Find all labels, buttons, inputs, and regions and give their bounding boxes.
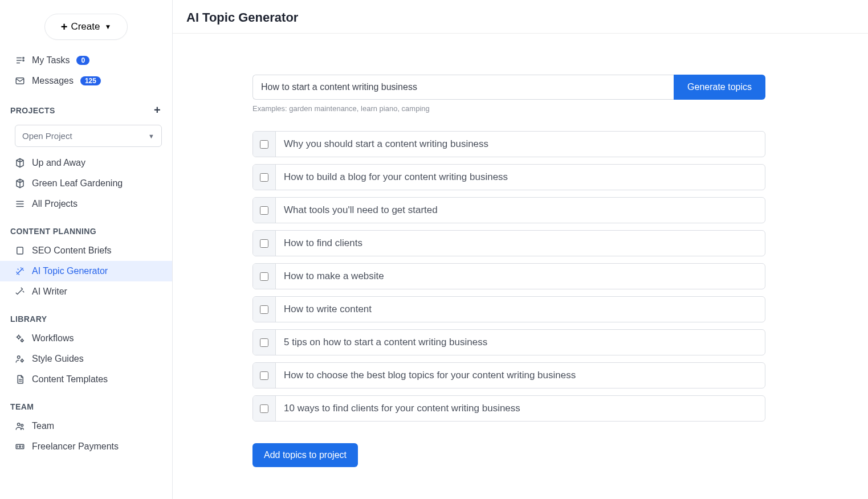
content: Generate topics Examples: garden mainten… — [173, 34, 800, 490]
team-item-0[interactable]: Team — [0, 416, 172, 436]
topic-row: 5 tips on how to start a content writing… — [252, 329, 765, 355]
nav-label: AI Topic Generator — [32, 266, 108, 276]
nav-label: Content Templates — [32, 374, 108, 385]
content-planning-item-0[interactable]: SEO Content Briefs — [0, 240, 172, 261]
project-item-1[interactable]: Green Leaf Gardening — [0, 173, 172, 194]
topic-checkbox[interactable] — [260, 140, 268, 149]
topic-checkbox[interactable] — [260, 305, 268, 314]
topic-checkbox[interactable] — [260, 338, 268, 347]
svg-point-13 — [18, 423, 21, 426]
section-title: CONTENT PLANNING — [10, 227, 96, 236]
section-team: TEAM — [0, 390, 172, 416]
content-planning-item-2[interactable]: AI Writer — [0, 281, 172, 302]
topic-input-row: Generate topics — [252, 75, 765, 100]
section-projects: PROJECTS + — [0, 91, 172, 121]
caret-down-icon: ▼ — [104, 23, 111, 31]
nav-label: Team — [32, 421, 54, 431]
topic-check-cell — [253, 264, 276, 289]
library-item-1[interactable]: Style Guides — [0, 349, 172, 369]
projects-list: Up and AwayGreen Leaf GardeningAll Proje… — [0, 153, 172, 214]
topic-row: Why you should start a content writing b… — [252, 131, 765, 157]
content-planning-list: SEO Content BriefsAI Topic GeneratorAI W… — [0, 240, 172, 302]
add-project-icon[interactable]: + — [154, 104, 161, 117]
envelope-icon — [15, 76, 25, 86]
nav-label: SEO Content Briefs — [32, 246, 112, 256]
content-planning-item-1[interactable]: AI Topic Generator — [0, 261, 172, 281]
section-content-planning: CONTENT PLANNING — [0, 214, 172, 240]
topic-check-cell — [253, 165, 276, 190]
library-list: WorkflowsStyle GuidesContent Templates — [0, 328, 172, 390]
person-gear-icon — [15, 354, 25, 364]
create-label: Create — [71, 21, 100, 32]
nav-label: Green Leaf Gardening — [32, 178, 123, 189]
topic-row: 10 ways to find clients for your content… — [252, 395, 765, 422]
topic-check-cell — [253, 396, 276, 421]
file-icon — [15, 374, 25, 385]
topic-checkbox[interactable] — [260, 206, 268, 215]
open-project-select[interactable]: Open Project ▼ — [15, 125, 162, 147]
topic-row: How to write content — [252, 296, 765, 322]
nav-label: Messages — [32, 76, 74, 86]
section-library: LIBRARY — [0, 302, 172, 328]
topic-checkbox[interactable] — [260, 239, 268, 248]
team-item-1[interactable]: Freelancer Payments — [0, 436, 172, 457]
main: AI Topic Generator Generate topics Examp… — [173, 0, 868, 499]
topic-checkbox[interactable] — [260, 173, 268, 182]
team-list: TeamFreelancer Payments — [0, 416, 172, 457]
project-item-0[interactable]: Up and Away — [0, 153, 172, 173]
cube-icon — [15, 178, 25, 189]
topbar: AI Topic Generator — [173, 0, 868, 34]
topic-check-cell — [253, 330, 276, 355]
nav-my-tasks[interactable]: My Tasks 0 — [0, 50, 172, 71]
nav-label: Workflows — [32, 333, 74, 343]
svg-point-14 — [21, 424, 23, 427]
svg-point-9 — [18, 356, 21, 359]
generate-button[interactable]: Generate topics — [674, 75, 765, 100]
topic-check-cell — [253, 297, 276, 322]
topic-text: 10 ways to find clients for your content… — [276, 396, 765, 421]
nav-label: Up and Away — [32, 158, 85, 168]
cube-icon — [15, 158, 25, 168]
select-label: Open Project — [22, 131, 72, 141]
topic-check-cell — [253, 231, 276, 256]
topic-text: Why you should start a content writing b… — [276, 132, 765, 157]
topic-text: How to write content — [276, 297, 765, 322]
magic-icon — [15, 287, 25, 297]
nav-label: My Tasks — [32, 55, 70, 66]
badge-count: 125 — [80, 76, 101, 85]
topic-checkbox[interactable] — [260, 404, 268, 413]
topic-row: How to find clients — [252, 230, 765, 256]
sidebar: + Create ▼ My Tasks 0 Messages 125 PROJE… — [0, 0, 173, 499]
topic-check-cell — [253, 132, 276, 157]
wand-icon — [15, 266, 25, 276]
cash-icon — [15, 441, 25, 452]
nav-messages[interactable]: Messages 125 — [0, 71, 172, 91]
topic-row: How to choose the best blog topics for y… — [252, 362, 765, 388]
section-title: LIBRARY — [10, 314, 47, 324]
library-item-0[interactable]: Workflows — [0, 328, 172, 349]
topic-text: How to build a blog for your content wri… — [276, 165, 765, 190]
topic-check-cell — [253, 363, 276, 388]
gears-icon — [15, 333, 25, 343]
caret-down-icon: ▼ — [148, 133, 154, 140]
project-item-2[interactable]: All Projects — [0, 194, 172, 214]
library-item-2[interactable]: Content Templates — [0, 369, 172, 390]
topic-checkbox[interactable] — [260, 371, 268, 380]
section-title: PROJECTS — [10, 106, 55, 115]
section-title: TEAM — [10, 402, 34, 411]
topic-text: 5 tips on how to start a content writing… — [276, 330, 765, 355]
topic-text: How to find clients — [276, 231, 765, 256]
add-topics-button[interactable]: Add topics to project — [252, 443, 358, 467]
create-button[interactable]: + Create ▼ — [44, 14, 128, 40]
examples-text: Examples: garden maintenance, learn pian… — [252, 104, 765, 113]
topic-row: What tools you'll need to get started — [252, 197, 765, 223]
tasks-icon — [15, 55, 25, 66]
create-wrap: + Create ▼ — [0, 0, 172, 50]
svg-point-16 — [19, 446, 21, 448]
topic-row: How to build a blog for your content wri… — [252, 164, 765, 190]
people-icon — [15, 421, 25, 431]
topic-input[interactable] — [252, 75, 674, 100]
svg-rect-6 — [17, 247, 23, 254]
topic-checkbox[interactable] — [260, 272, 268, 281]
svg-point-1 — [23, 60, 24, 61]
